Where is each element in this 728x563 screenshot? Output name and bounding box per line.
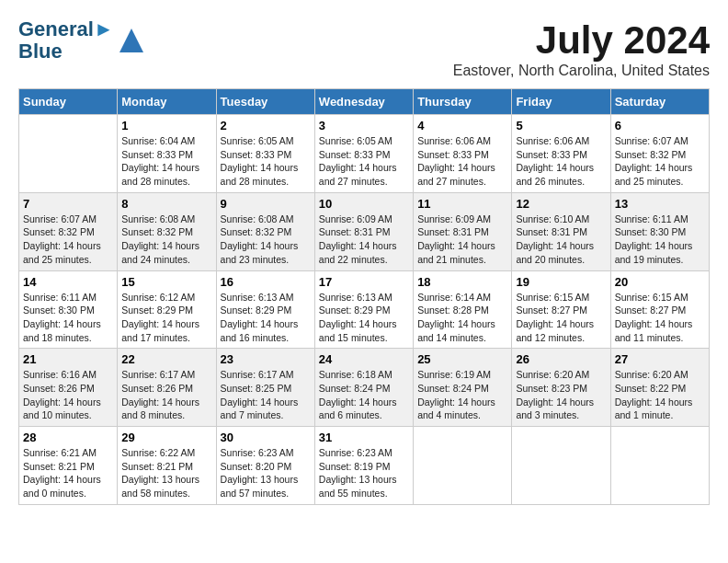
day-number: 18: [417, 275, 507, 289]
day-number: 26: [516, 352, 606, 366]
table-row: 12Sunrise: 6:10 AM Sunset: 8:31 PM Dayli…: [512, 192, 610, 270]
day-number: 3: [319, 119, 409, 132]
col-saturday: Saturday: [610, 89, 709, 115]
table-row: 10Sunrise: 6:09 AM Sunset: 8:31 PM Dayli…: [314, 192, 413, 270]
day-number: 8: [121, 197, 211, 211]
day-info: Sunrise: 6:06 AM Sunset: 8:33 PM Dayligh…: [516, 134, 606, 189]
month-title: July 2024: [453, 18, 710, 63]
table-row: 17Sunrise: 6:13 AM Sunset: 8:29 PM Dayli…: [314, 270, 413, 349]
day-info: Sunrise: 6:05 AM Sunset: 8:33 PM Dayligh…: [319, 134, 409, 189]
table-row: 20Sunrise: 6:15 AM Sunset: 8:27 PM Dayli…: [610, 270, 709, 349]
calendar-week-2: 7Sunrise: 6:07 AM Sunset: 8:32 PM Daylig…: [19, 192, 710, 270]
table-row: 19Sunrise: 6:15 AM Sunset: 8:27 PM Dayli…: [512, 270, 610, 349]
day-info: Sunrise: 6:21 AM Sunset: 8:21 PM Dayligh…: [23, 446, 113, 500]
table-row: 1Sunrise: 6:04 AM Sunset: 8:33 PM Daylig…: [118, 115, 216, 193]
day-info: Sunrise: 6:18 AM Sunset: 8:24 PM Dayligh…: [319, 368, 409, 422]
logo-icon: [118, 27, 145, 54]
calendar-week-5: 28Sunrise: 6:21 AM Sunset: 8:21 PM Dayli…: [19, 427, 710, 505]
table-row: 31Sunrise: 6:23 AM Sunset: 8:19 PM Dayli…: [314, 427, 413, 505]
table-row: 4Sunrise: 6:06 AM Sunset: 8:33 PM Daylig…: [414, 115, 512, 193]
day-info: Sunrise: 6:13 AM Sunset: 8:29 PM Dayligh…: [319, 291, 409, 345]
table-row: 3Sunrise: 6:05 AM Sunset: 8:33 PM Daylig…: [314, 115, 413, 193]
day-number: 2: [221, 119, 311, 132]
day-number: 7: [23, 197, 113, 211]
calendar-week-3: 14Sunrise: 6:11 AM Sunset: 8:30 PM Dayli…: [19, 270, 710, 349]
table-row: [19, 115, 118, 193]
table-row: 16Sunrise: 6:13 AM Sunset: 8:29 PM Dayli…: [216, 270, 314, 349]
day-info: Sunrise: 6:17 AM Sunset: 8:26 PM Dayligh…: [121, 368, 211, 422]
logo: General►Blue: [18, 18, 145, 63]
table-row: 7Sunrise: 6:07 AM Sunset: 8:32 PM Daylig…: [19, 192, 118, 270]
table-row: 21Sunrise: 6:16 AM Sunset: 8:26 PM Dayli…: [19, 349, 118, 427]
table-row: 5Sunrise: 6:06 AM Sunset: 8:33 PM Daylig…: [512, 115, 610, 193]
col-tuesday: Tuesday: [216, 89, 314, 115]
day-info: Sunrise: 6:23 AM Sunset: 8:19 PM Dayligh…: [319, 446, 409, 500]
day-number: 19: [516, 275, 606, 289]
table-row: 28Sunrise: 6:21 AM Sunset: 8:21 PM Dayli…: [19, 427, 118, 505]
calendar-week-4: 21Sunrise: 6:16 AM Sunset: 8:26 PM Dayli…: [19, 349, 710, 427]
day-info: Sunrise: 6:08 AM Sunset: 8:32 PM Dayligh…: [221, 213, 311, 267]
table-row: 24Sunrise: 6:18 AM Sunset: 8:24 PM Dayli…: [314, 349, 413, 427]
svg-marker-0: [119, 29, 143, 52]
table-row: 23Sunrise: 6:17 AM Sunset: 8:25 PM Dayli…: [216, 349, 314, 427]
day-info: Sunrise: 6:11 AM Sunset: 8:30 PM Dayligh…: [615, 213, 705, 267]
table-row: 25Sunrise: 6:19 AM Sunset: 8:24 PM Dayli…: [414, 349, 512, 427]
day-number: 15: [121, 275, 211, 289]
day-number: 13: [615, 197, 705, 211]
day-info: Sunrise: 6:09 AM Sunset: 8:31 PM Dayligh…: [417, 213, 507, 267]
day-number: 30: [221, 431, 311, 444]
day-number: 1: [121, 119, 211, 132]
calendar-week-1: 1Sunrise: 6:04 AM Sunset: 8:33 PM Daylig…: [19, 115, 710, 193]
day-number: 27: [615, 352, 705, 366]
col-sunday: Sunday: [19, 89, 118, 115]
table-row: 11Sunrise: 6:09 AM Sunset: 8:31 PM Dayli…: [414, 192, 512, 270]
day-number: 16: [221, 275, 311, 289]
day-info: Sunrise: 6:07 AM Sunset: 8:32 PM Dayligh…: [615, 134, 705, 189]
day-number: 31: [319, 431, 409, 444]
day-number: 12: [516, 197, 606, 211]
table-row: 29Sunrise: 6:22 AM Sunset: 8:21 PM Dayli…: [118, 427, 216, 505]
title-area: July 2024 Eastover, North Carolina, Unit…: [453, 18, 710, 79]
table-row: [414, 427, 512, 505]
day-info: Sunrise: 6:09 AM Sunset: 8:31 PM Dayligh…: [319, 213, 409, 267]
day-number: 29: [121, 431, 211, 444]
table-row: [512, 427, 610, 505]
day-number: 23: [221, 352, 311, 366]
table-row: 15Sunrise: 6:12 AM Sunset: 8:29 PM Dayli…: [118, 270, 216, 349]
day-info: Sunrise: 6:23 AM Sunset: 8:20 PM Dayligh…: [221, 446, 311, 500]
day-info: Sunrise: 6:04 AM Sunset: 8:33 PM Dayligh…: [121, 134, 211, 189]
day-info: Sunrise: 6:14 AM Sunset: 8:28 PM Dayligh…: [417, 291, 507, 345]
day-number: 6: [615, 119, 705, 132]
day-info: Sunrise: 6:15 AM Sunset: 8:27 PM Dayligh…: [516, 291, 606, 345]
day-number: 20: [615, 275, 705, 289]
table-row: 14Sunrise: 6:11 AM Sunset: 8:30 PM Dayli…: [19, 270, 118, 349]
day-number: 10: [319, 197, 409, 211]
day-info: Sunrise: 6:15 AM Sunset: 8:27 PM Dayligh…: [615, 291, 705, 345]
table-row: 30Sunrise: 6:23 AM Sunset: 8:20 PM Dayli…: [216, 427, 314, 505]
day-info: Sunrise: 6:22 AM Sunset: 8:21 PM Dayligh…: [121, 446, 211, 500]
day-number: 24: [319, 352, 409, 366]
day-info: Sunrise: 6:12 AM Sunset: 8:29 PM Dayligh…: [121, 291, 211, 345]
day-info: Sunrise: 6:19 AM Sunset: 8:24 PM Dayligh…: [417, 368, 507, 422]
day-info: Sunrise: 6:20 AM Sunset: 8:22 PM Dayligh…: [615, 368, 705, 422]
table-row: 9Sunrise: 6:08 AM Sunset: 8:32 PM Daylig…: [216, 192, 314, 270]
day-number: 4: [417, 119, 507, 132]
day-info: Sunrise: 6:08 AM Sunset: 8:32 PM Dayligh…: [121, 213, 211, 267]
col-monday: Monday: [118, 89, 216, 115]
day-info: Sunrise: 6:13 AM Sunset: 8:29 PM Dayligh…: [221, 291, 311, 345]
day-info: Sunrise: 6:05 AM Sunset: 8:33 PM Dayligh…: [221, 134, 311, 189]
table-row: 2Sunrise: 6:05 AM Sunset: 8:33 PM Daylig…: [216, 115, 314, 193]
table-row: 13Sunrise: 6:11 AM Sunset: 8:30 PM Dayli…: [610, 192, 709, 270]
day-info: Sunrise: 6:11 AM Sunset: 8:30 PM Dayligh…: [23, 291, 113, 345]
col-thursday: Thursday: [414, 89, 512, 115]
day-info: Sunrise: 6:20 AM Sunset: 8:23 PM Dayligh…: [516, 368, 606, 422]
col-friday: Friday: [512, 89, 610, 115]
day-number: 5: [516, 119, 606, 132]
calendar-header-row: Sunday Monday Tuesday Wednesday Thursday…: [19, 89, 710, 115]
logo-text: General►Blue: [18, 18, 114, 63]
location: Eastover, North Carolina, United States: [453, 63, 710, 79]
table-row: 6Sunrise: 6:07 AM Sunset: 8:32 PM Daylig…: [610, 115, 709, 193]
table-row: 18Sunrise: 6:14 AM Sunset: 8:28 PM Dayli…: [414, 270, 512, 349]
day-info: Sunrise: 6:17 AM Sunset: 8:25 PM Dayligh…: [221, 368, 311, 422]
day-info: Sunrise: 6:06 AM Sunset: 8:33 PM Dayligh…: [417, 134, 507, 189]
